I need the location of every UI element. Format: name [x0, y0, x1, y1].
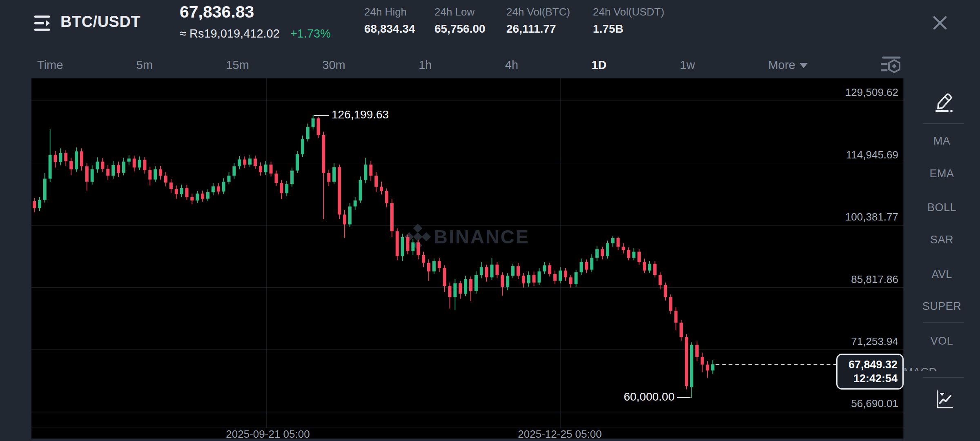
- pair-title: BTC/USDT: [60, 13, 140, 31]
- timeframe-tabs: Time 5m 15m 30m 1h 4h 1D 1w More: [31, 51, 904, 78]
- tab-more-label: More: [768, 58, 795, 71]
- sidebar-item-vol[interactable]: VOL: [904, 334, 980, 347]
- svg-text:BINANCE: BINANCE: [434, 226, 530, 247]
- last-price-marker: 67,849.32 12:42:54: [836, 354, 904, 390]
- tab-1d-active[interactable]: 1D: [591, 58, 606, 72]
- sidebar-item-super[interactable]: SUPER: [904, 300, 980, 313]
- menu-arrow: [46, 20, 50, 27]
- stat-value: 26,111.77: [506, 22, 596, 36]
- line-chart-icon[interactable]: [934, 390, 954, 410]
- sidebar-item-ma[interactable]: MA: [904, 134, 980, 147]
- menu-bar: [34, 16, 50, 18]
- tab-15m[interactable]: 15m: [226, 58, 249, 72]
- sidebar-item-label: MACD: [904, 365, 980, 371]
- price-change-percent: +1.73%: [290, 27, 331, 40]
- marker-price: 67,849.32: [849, 359, 898, 371]
- fiat-value: ≈ Rs19,019,412.02: [180, 27, 280, 40]
- stat-24h-vol-usdt: 24h Vol(USDT) 1.75B: [593, 5, 683, 36]
- pair-list-menu-icon[interactable]: [33, 13, 53, 33]
- stat-label: 24h Vol(USDT): [593, 5, 683, 19]
- sidebar-item-ema[interactable]: EMA: [904, 167, 980, 180]
- close-icon[interactable]: [929, 12, 951, 33]
- tab-4h[interactable]: 4h: [505, 58, 518, 72]
- sidebar-item-macd-clipped[interactable]: MACD: [904, 365, 980, 371]
- sidebar-divider: [923, 322, 964, 323]
- marker-time: 12:42:54: [853, 372, 898, 385]
- sidebar-item-avl[interactable]: AVL: [904, 268, 980, 281]
- last-price: 67,836.83: [180, 2, 254, 22]
- tab-time[interactable]: Time: [37, 58, 63, 72]
- sidebar-item-sar[interactable]: SAR: [904, 233, 980, 246]
- tab-more[interactable]: More: [768, 58, 807, 72]
- tab-1w[interactable]: 1w: [680, 58, 695, 72]
- stat-24h-vol-btc: 24h Vol(BTC) 26,111.77: [506, 5, 596, 36]
- menu-bar: [34, 29, 50, 31]
- chevron-down-icon: [800, 63, 808, 68]
- chart-settings-icon[interactable]: [881, 53, 902, 76]
- tab-1h[interactable]: 1h: [419, 58, 432, 72]
- pencil-icon[interactable]: [934, 90, 954, 113]
- sidebar-divider: [923, 377, 964, 378]
- stat-value: 1.75B: [593, 22, 683, 36]
- stat-label: 24h Vol(BTC): [506, 5, 596, 19]
- menu-bar: [34, 22, 44, 24]
- sidebar-item-boll[interactable]: BOLL: [904, 201, 980, 214]
- tab-30m[interactable]: 30m: [322, 58, 345, 72]
- tab-5m[interactable]: 5m: [136, 58, 153, 72]
- sidebar-divider: [923, 123, 964, 124]
- fiat-row: ≈ Rs19,019,412.02 +1.73%: [180, 27, 331, 40]
